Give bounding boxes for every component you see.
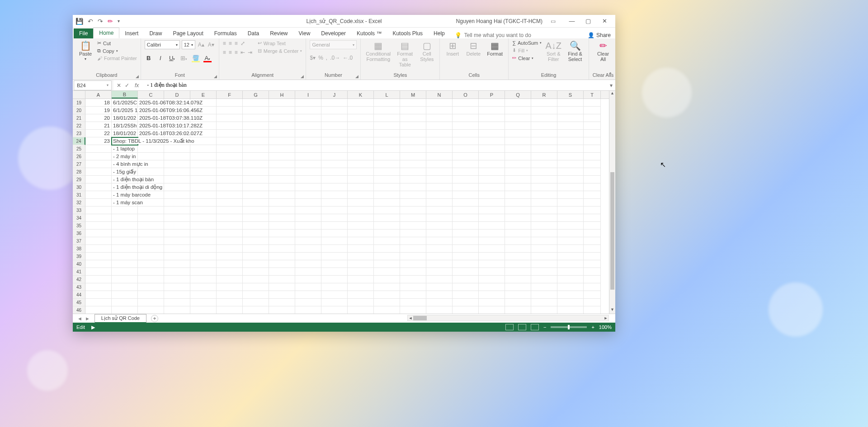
bottom-align-icon[interactable]: ≡ — [235, 40, 238, 47]
maximize-button[interactable]: ▢ — [580, 15, 596, 28]
cell-Q35[interactable] — [505, 222, 531, 230]
cell-J37[interactable] — [321, 237, 348, 245]
cell-S38[interactable] — [557, 245, 584, 253]
row-header-25[interactable]: 25 — [73, 145, 85, 153]
sheet-nav-next-icon[interactable]: ► — [85, 316, 90, 321]
cell-G19[interactable] — [243, 99, 269, 107]
cell-N30[interactable] — [426, 183, 453, 191]
cell-R44[interactable] — [531, 291, 557, 299]
cell-E28[interactable] — [190, 168, 217, 176]
format-as-table-button[interactable]: ▤Format as Table — [395, 40, 415, 68]
cell-L44[interactable] — [374, 291, 400, 299]
cell-C38[interactable] — [138, 245, 164, 253]
cell-C23[interactable]: 2025-01-18T03:26:02.027Z — [138, 130, 164, 137]
cell-I34[interactable] — [295, 214, 321, 222]
cell-O33[interactable] — [453, 206, 479, 214]
column-header-H[interactable]: H — [269, 91, 295, 99]
cell-E32[interactable] — [190, 199, 217, 206]
cell-N40[interactable] — [426, 260, 453, 268]
cell-F35[interactable] — [217, 222, 243, 230]
cell-F20[interactable] — [217, 107, 243, 114]
cell-Q42[interactable] — [505, 276, 531, 283]
cell-Q37[interactable] — [505, 237, 531, 245]
cell-G30[interactable] — [243, 183, 269, 191]
cell-I44[interactable] — [295, 291, 321, 299]
cell-C20[interactable]: 2025-01-06T09:16:06.456Z — [138, 107, 164, 114]
column-header-T[interactable]: T — [584, 91, 601, 99]
cell-T45[interactable] — [584, 299, 601, 306]
row-header-45[interactable]: 45 — [73, 299, 85, 306]
cell-K36[interactable] — [348, 230, 374, 237]
cell-A29[interactable] — [85, 176, 112, 183]
cell-H26[interactable] — [269, 153, 295, 160]
cell-A19[interactable]: 18 — [85, 99, 112, 107]
cell-E39[interactable] — [190, 253, 217, 260]
cell-O27[interactable] — [453, 160, 479, 168]
row-header-26[interactable]: 26 — [73, 153, 85, 160]
cell-A39[interactable] — [85, 253, 112, 260]
cell-K33[interactable] — [348, 206, 374, 214]
cell-P19[interactable] — [479, 99, 505, 107]
cell-A45[interactable] — [85, 299, 112, 306]
zoom-slider[interactable] — [551, 326, 587, 328]
cell-O46[interactable] — [453, 306, 479, 314]
cell-H32[interactable] — [269, 199, 295, 206]
cell-O35[interactable] — [453, 222, 479, 230]
cell-J38[interactable] — [321, 245, 348, 253]
cell-C33[interactable] — [138, 206, 164, 214]
cell-R28[interactable] — [531, 168, 557, 176]
cell-G34[interactable] — [243, 214, 269, 222]
decrease-indent-icon[interactable]: ⇤ — [241, 49, 245, 56]
cell-G20[interactable] — [243, 107, 269, 114]
cell-I30[interactable] — [295, 183, 321, 191]
cell-F45[interactable] — [217, 299, 243, 306]
cell-C41[interactable] — [138, 268, 164, 276]
cell-I43[interactable] — [295, 283, 321, 291]
cell-O25[interactable] — [453, 145, 479, 153]
tell-me-search[interactable]: 💡 Tell me what you want to do — [455, 32, 531, 38]
cell-C26[interactable] — [138, 153, 164, 160]
cell-H39[interactable] — [269, 253, 295, 260]
user-name[interactable]: Nguyen Hoang Hai (TGKC-IT-HCM) — [456, 18, 542, 24]
font-name-select[interactable]: Calibri▾ — [145, 40, 180, 49]
cell-H44[interactable] — [269, 291, 295, 299]
cell-C36[interactable] — [138, 230, 164, 237]
cell-S41[interactable] — [557, 268, 584, 276]
cell-K34[interactable] — [348, 214, 374, 222]
cell-S40[interactable] — [557, 260, 584, 268]
cell-L30[interactable] — [374, 183, 400, 191]
cell-D33[interactable] — [164, 206, 190, 214]
cell-G44[interactable] — [243, 291, 269, 299]
cell-T21[interactable] — [584, 114, 601, 122]
tab-page-layout[interactable]: Page Layout — [167, 28, 208, 38]
cell-A20[interactable]: 19 — [85, 107, 112, 114]
cell-N28[interactable] — [426, 168, 453, 176]
cell-T42[interactable] — [584, 276, 601, 283]
macro-record-icon[interactable]: ▶ — [91, 324, 95, 330]
cell-C37[interactable] — [138, 237, 164, 245]
cell-F21[interactable] — [217, 114, 243, 122]
cell-L42[interactable] — [374, 276, 400, 283]
cell-D25[interactable] — [164, 145, 190, 153]
cell-P31[interactable] — [479, 191, 505, 199]
cell-F43[interactable] — [217, 283, 243, 291]
cell-Q33[interactable] — [505, 206, 531, 214]
cell-R23[interactable] — [531, 130, 557, 137]
cell-F24[interactable] — [217, 137, 243, 145]
cell-Q20[interactable] — [505, 107, 531, 114]
cell-Q22[interactable] — [505, 122, 531, 130]
cell-A46[interactable] — [85, 306, 112, 314]
cell-H20[interactable] — [269, 107, 295, 114]
cell-G42[interactable] — [243, 276, 269, 283]
scroll-up-icon[interactable]: ▲ — [609, 91, 615, 97]
cell-P24[interactable] — [479, 137, 505, 145]
cell-J41[interactable] — [321, 268, 348, 276]
cell-P29[interactable] — [479, 176, 505, 183]
cell-M44[interactable] — [400, 291, 426, 299]
cell-B25[interactable]: - 1 laptop — [112, 145, 138, 153]
column-header-G[interactable]: G — [243, 91, 269, 99]
cell-E35[interactable] — [190, 222, 217, 230]
cell-D43[interactable] — [164, 283, 190, 291]
cell-E29[interactable] — [190, 176, 217, 183]
cell-R19[interactable] — [531, 99, 557, 107]
